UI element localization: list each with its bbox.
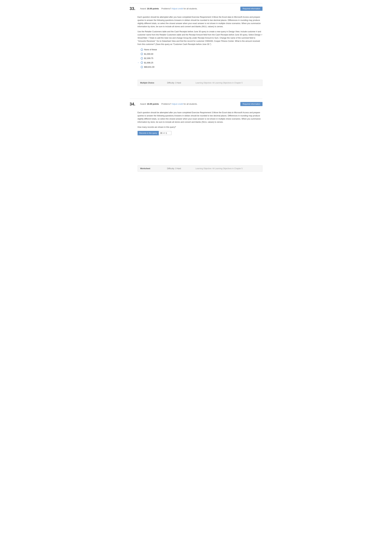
option-text-5: $68,831.00	[144, 65, 154, 69]
question-33-objective: Learning Objective: All Learning Objecti…	[196, 81, 243, 84]
answer-options-33: None of these $1,000.00 $2,309.75 → $1,6…	[141, 48, 262, 69]
award-points: 10.00 points	[147, 7, 159, 10]
for-students-label-33: for all students.	[184, 7, 197, 10]
answer-option-2[interactable]: $1,000.00	[141, 53, 262, 56]
award-label: Award:	[140, 7, 147, 10]
question-33-difficulty: Difficulty: 3 Hard	[167, 81, 186, 84]
query-input-row: Records in this query	[138, 131, 262, 135]
question-33-problems: Problems? Adjust credit for all students…	[161, 7, 197, 10]
problems-label-34: Problems?	[161, 103, 171, 105]
adjust-credit-link-34[interactable]: Adjust credit	[172, 103, 183, 105]
answer-option-1[interactable]: None of these	[141, 48, 262, 51]
spacer-3	[138, 148, 262, 161]
award-points-34: 10.00 points	[147, 103, 159, 105]
question-33-type: Multiple Choice	[140, 81, 158, 84]
answer-option-3[interactable]: $2,309.75	[141, 57, 262, 60]
option-text-3: $2,309.75	[144, 57, 153, 60]
radio-1698[interactable]	[141, 62, 143, 64]
radio-68831[interactable]	[141, 66, 143, 68]
question-34-difficulty: Difficulty: 3 Hard	[167, 167, 186, 170]
records-in-query-label: Records in this query	[138, 131, 159, 135]
question-33-instructions-p2: Use the Retailer Customers table and the…	[138, 30, 262, 46]
question-34-question-text: How many records are shown in this query…	[138, 125, 262, 129]
question-33-number: 33.	[130, 6, 138, 12]
question-34-footer: Worksheet Difficulty: 3 Hard Learning Ob…	[138, 165, 262, 172]
question-34-number: 34.	[130, 101, 138, 107]
option-text-4: $1,698.25	[144, 61, 153, 64]
radio-2309[interactable]	[141, 57, 143, 59]
radio-none-of-these[interactable]	[141, 48, 143, 51]
adjust-credit-link-33[interactable]: Adjust credit	[172, 7, 183, 10]
spacer-1	[138, 70, 262, 75]
selected-arrow-icon: →	[137, 61, 140, 64]
question-33-award: Award: 10.00 points	[140, 7, 159, 10]
page-container: 33. Award: 10.00 points Problems? Adjust…	[125, 0, 267, 175]
question-33-header: 33. Award: 10.00 points Problems? Adjust…	[130, 3, 262, 14]
question-34-objective: Learning Objective: All Learning Objecti…	[196, 167, 243, 170]
radio-1000[interactable]	[141, 53, 143, 55]
award-label-34: Award:	[140, 103, 147, 105]
answer-option-4[interactable]: → $1,698.25	[141, 61, 262, 64]
question-33-footer: Multiple Choice Difficulty: 3 Hard Learn…	[138, 80, 262, 86]
question-34-instructions-p1: Each question should be attempted after …	[138, 111, 262, 124]
question-33-instructions-p1: Each question should be attempted after …	[138, 15, 262, 28]
question-34-type: Worksheet	[140, 167, 158, 170]
required-info-btn-33[interactable]: Required information	[240, 7, 262, 11]
spacer-between-questions	[130, 86, 262, 99]
for-students-label-34: for all students.	[184, 103, 197, 105]
question-34-award: Award: 10.00 points	[140, 103, 159, 106]
records-input[interactable]	[159, 131, 171, 135]
option-text-2: $1,000.00	[144, 53, 153, 56]
option-text-1: None of these	[144, 48, 157, 51]
question-34-problems: Problems? Adjust credit for all students…	[161, 103, 197, 106]
answer-option-5[interactable]: $68,831.00	[141, 65, 262, 69]
question-33-body: Each question should be attempted after …	[138, 14, 262, 78]
question-34-body: Each question should be attempted after …	[138, 109, 262, 164]
problems-label: Problems?	[161, 7, 171, 10]
spacer-2	[138, 135, 262, 148]
required-info-btn-34[interactable]: Required information	[240, 102, 262, 106]
question-34-header: 34. Award: 10.00 points Problems? Adjust…	[130, 99, 262, 109]
